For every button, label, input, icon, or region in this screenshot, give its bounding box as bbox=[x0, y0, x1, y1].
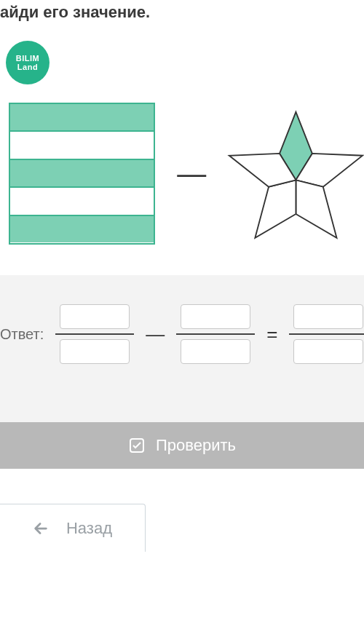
star-segment-lower-right bbox=[296, 180, 337, 237]
back-button[interactable]: Назад bbox=[0, 504, 146, 552]
arrow-left-icon bbox=[33, 520, 49, 536]
rect-stripe-1 bbox=[10, 104, 154, 132]
equals-operator: = bbox=[266, 323, 277, 346]
rect-stripe-4 bbox=[10, 188, 154, 216]
star-segment-lower-left bbox=[256, 180, 296, 237]
fraction-bar-2 bbox=[176, 333, 255, 335]
rect-stripe-2 bbox=[10, 132, 154, 160]
denominator-1-input[interactable] bbox=[60, 339, 130, 364]
check-button[interactable]: Проверить bbox=[0, 422, 364, 469]
fraction-bar-3 bbox=[289, 333, 364, 335]
bilim-land-logo: BILIM Land bbox=[6, 41, 50, 84]
check-button-label: Проверить bbox=[156, 436, 236, 455]
rect-stripe-5 bbox=[10, 216, 154, 243]
denominator-3-input[interactable] bbox=[293, 339, 363, 364]
minus-operator: — bbox=[177, 159, 206, 188]
check-icon bbox=[128, 437, 146, 454]
fraction-star bbox=[228, 100, 364, 246]
fraction-input-1 bbox=[55, 304, 134, 364]
answer-area: Ответ: — = bbox=[0, 275, 364, 422]
logo-line2: Land bbox=[17, 63, 38, 71]
fraction-bar-1 bbox=[55, 333, 134, 335]
denominator-2-input[interactable] bbox=[181, 339, 250, 364]
logo-line1: BILIM bbox=[16, 54, 39, 63]
back-button-label: Назад bbox=[66, 519, 112, 538]
fraction-rectangle bbox=[9, 103, 155, 245]
page-title: айди его значение. bbox=[0, 3, 150, 21]
numerator-1-input[interactable] bbox=[60, 304, 130, 329]
minus-operator-small: — bbox=[146, 323, 165, 346]
answer-label: Ответ: bbox=[0, 326, 44, 343]
rect-stripe-3 bbox=[10, 160, 154, 189]
numerator-2-input[interactable] bbox=[181, 304, 250, 329]
fraction-input-2 bbox=[176, 304, 255, 364]
fraction-input-3 bbox=[289, 304, 364, 364]
numerator-3-input[interactable] bbox=[293, 304, 363, 329]
figure-area: BILIM Land — bbox=[0, 35, 364, 275]
